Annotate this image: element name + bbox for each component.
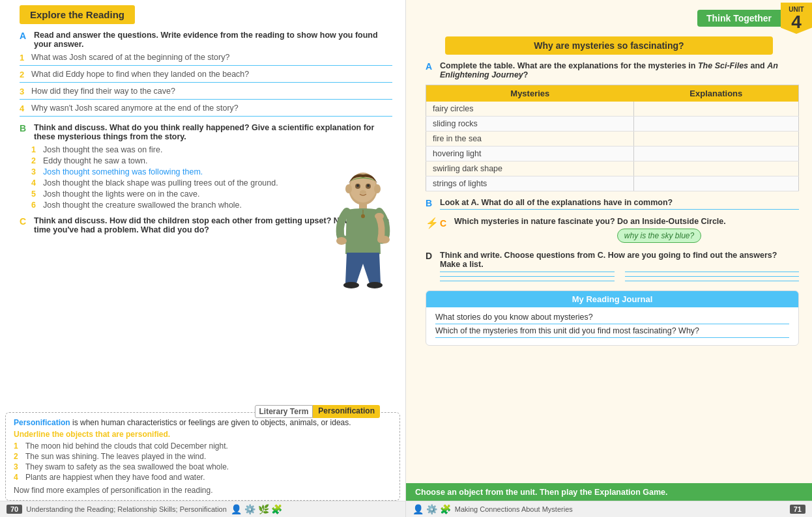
- right-footer-text: Making Connections About Mysteries: [455, 505, 573, 513]
- bottom-banner: Choose an object from the unit. Then pla…: [406, 483, 812, 501]
- table-row: hovering light: [426, 147, 799, 161]
- d-line-4: [625, 272, 800, 272]
- literary-tag-term: Personification: [313, 405, 380, 418]
- svg-point-7: [345, 184, 352, 193]
- q3-line: [20, 99, 392, 100]
- svg-point-12: [343, 282, 359, 288]
- lit-text-4: Plants are happiest when they have food …: [25, 473, 205, 482]
- table-row: swirling dark shape: [426, 161, 799, 176]
- lit-num-2: 2: [14, 452, 23, 461]
- unit-number: 4: [791, 13, 802, 31]
- b-num-5: 5: [31, 189, 40, 199]
- right-a-sci-files: The Sci-Files: [698, 61, 748, 70]
- d-col-2: [625, 272, 800, 285]
- explanation-5: [634, 161, 799, 176]
- right-a-and: and: [748, 61, 767, 70]
- mysteries-table-container: Mysteries Explanations fairy circles sli…: [426, 85, 799, 191]
- right-footer: 👤 ⚙️ 🧩 Making Connections About Mysterie…: [406, 501, 812, 517]
- q1-line: [20, 65, 392, 66]
- d-col-1: [440, 272, 615, 285]
- explanation-3: [634, 132, 799, 147]
- mystery-5: swirling dark shape: [426, 161, 634, 176]
- right-page: Think Together UNIT 4 Why are mysteries …: [406, 0, 812, 517]
- speech-bubble-container: why is the sky blue?: [454, 226, 799, 245]
- explore-reading-title: Explore the Reading: [30, 9, 124, 20]
- left-page-num: 70: [7, 505, 22, 514]
- explanation-2: [634, 117, 799, 132]
- journal-header-text: My Reading Journal: [572, 294, 653, 304]
- question-2: 2 What did Eddy hope to find when they l…: [20, 70, 392, 79]
- d-line-2: [440, 276, 615, 277]
- right-d-letter: D: [426, 251, 436, 261]
- q2-line: [20, 82, 392, 83]
- right-c-text: Which mysteries in nature fascinate you?…: [454, 217, 799, 226]
- right-section-d: D Think and write. Choose questions from…: [426, 251, 799, 285]
- journal-line-1: [435, 324, 789, 324]
- right-b-letter: B: [426, 198, 436, 208]
- svg-point-8: [374, 184, 381, 193]
- lightning-icon: ⚡: [426, 217, 439, 229]
- b-num-6: 6: [31, 201, 40, 210]
- mysteries-table: Mysteries Explanations fairy circles sli…: [426, 85, 799, 191]
- b-text-4: Josh thought the black shape was pulling…: [43, 178, 278, 188]
- right-section-a: A Complete the table. What are the expla…: [426, 61, 799, 79]
- d-line-6: [625, 281, 800, 281]
- svg-point-4: [356, 184, 359, 187]
- d-line-5: [625, 276, 800, 277]
- table-row: fire in the sea: [426, 132, 799, 147]
- right-b-text: Look at A. What do all of the explanatio…: [440, 198, 799, 207]
- mystery-2: sliding rocks: [426, 117, 634, 132]
- explanation-4: [634, 147, 799, 161]
- journal-content: What stories do you know about mysteries…: [426, 307, 798, 345]
- question-banner-text: Why are mysteries so fascinating?: [534, 40, 684, 51]
- b-num-2: 2: [31, 156, 40, 165]
- lit-item-3: 3 They swam to safety as the sea swallow…: [14, 462, 392, 471]
- b-text-3: Josh thought something was following the…: [43, 167, 203, 176]
- d-line-1: [440, 272, 615, 272]
- right-a-text: Complete the table. What are the explana…: [440, 61, 799, 79]
- right-section-b: B Look at A. What do all of the explanat…: [426, 198, 799, 212]
- literary-definition: Personification is when human characteri…: [14, 418, 392, 427]
- lit-text-3: They swam to safety as the sea swallowed…: [25, 462, 229, 471]
- literary-tag: Literary Term Personification: [255, 405, 381, 418]
- right-page-num: 71: [790, 505, 805, 514]
- svg-point-13: [367, 282, 383, 288]
- right-b-content: Look at A. What do all of the explanatio…: [440, 198, 799, 212]
- q4-line: [20, 116, 392, 117]
- b-text-1: Josh thought the sea was on fire.: [43, 145, 162, 154]
- explore-reading-header: Explore the Reading: [20, 5, 135, 24]
- question-1: 1 What was Josh scared of at the beginni…: [20, 53, 392, 63]
- b-num-4: 4: [31, 178, 40, 188]
- literary-def-text: is when human characteristics or feeling…: [72, 418, 351, 427]
- question-4: 4 Why wasn't Josh scared anymore at the …: [20, 104, 392, 113]
- q3-num: 3: [20, 87, 29, 96]
- table-header-row: Mysteries Explanations: [426, 85, 799, 102]
- q4-text: Why wasn't Josh scared anymore at the en…: [31, 104, 239, 113]
- lit-num-4: 4: [14, 473, 23, 482]
- character-illustration: [327, 169, 399, 300]
- col-explanations: Explanations: [634, 85, 799, 102]
- lit-num-1: 1: [14, 441, 23, 451]
- right-c-letter: C: [440, 218, 450, 229]
- section-a-questions: 1 What was Josh scared of at the beginni…: [20, 53, 392, 117]
- q2-text: What did Eddy hope to find when they lan…: [31, 70, 249, 79]
- q3-text: How did they find their way to the cave?: [31, 87, 175, 96]
- svg-point-14: [361, 214, 365, 218]
- speech-bubble: why is the sky blue?: [617, 229, 701, 243]
- section-a: A Read and answer the questions. Write e…: [20, 31, 392, 117]
- b-item-2: 2 Eddy thought he saw a town.: [31, 156, 392, 165]
- b-text-5: Josh thought the lights were on in the c…: [43, 189, 199, 199]
- q4-num: 4: [20, 104, 29, 113]
- mystery-3: fire in the sea: [426, 132, 634, 147]
- d-lines-container: [440, 272, 799, 285]
- svg-point-6: [360, 190, 366, 194]
- right-a-end: ?: [523, 70, 529, 79]
- right-header: Think Together UNIT 4: [406, 0, 812, 34]
- literary-tag-label: Literary Term: [255, 405, 313, 418]
- unit-badge: UNIT 4: [781, 3, 812, 34]
- left-footer-text: Understanding the Reading; Relationship …: [26, 505, 227, 513]
- b-item-1: 1 Josh thought the sea was on fire.: [31, 145, 392, 154]
- lit-item-1: 1 The moon hid behind the clouds that co…: [14, 441, 392, 451]
- b-text-2: Eddy thought he saw a town.: [43, 156, 148, 165]
- section-b-letter: B: [20, 123, 30, 133]
